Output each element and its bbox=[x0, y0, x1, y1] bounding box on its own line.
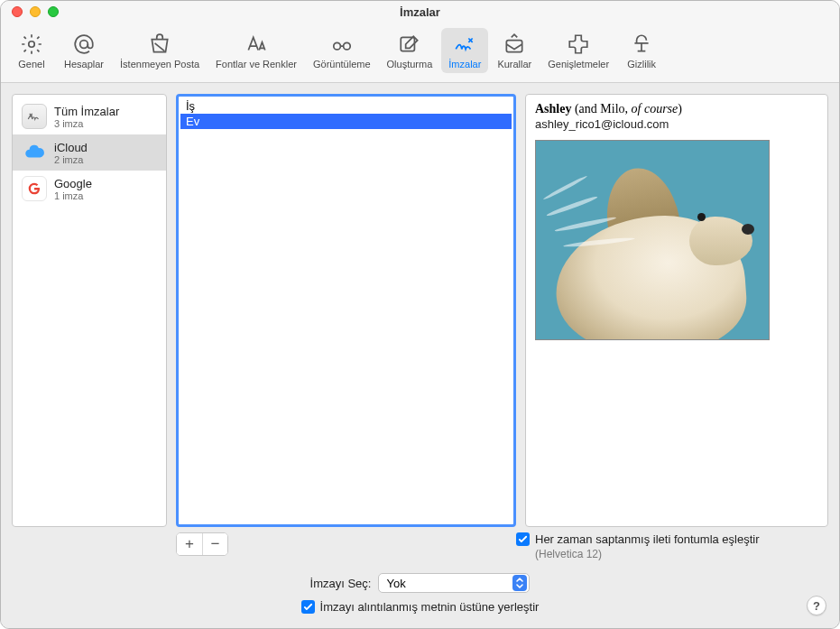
choose-signature-select[interactable]: Yok bbox=[378, 573, 530, 593]
bottom-bar: İmzayı Seç: Yok İmzayı alıntılanmış metn… bbox=[1, 560, 839, 628]
choose-signature-row: İmzayı Seç: Yok bbox=[310, 573, 531, 593]
toolbar-signatures[interactable]: İmzalar bbox=[441, 28, 488, 73]
account-name: iCloud bbox=[54, 141, 88, 154]
toolbar-compose[interactable]: Oluşturma bbox=[380, 28, 440, 73]
toolbar-label: Genel bbox=[18, 59, 44, 69]
preview-name-line: Ashley (and Milo, of course) bbox=[535, 102, 818, 116]
toolbar-label: Gizlilik bbox=[627, 59, 656, 69]
account-sub: 1 imza bbox=[54, 190, 92, 201]
toolbar-label: Görüntüleme bbox=[313, 59, 371, 69]
preferences-window: İmzalar Genel Hesaplar İstenmeyen Posta bbox=[0, 0, 840, 629]
choose-signature-label: İmzayı Seç: bbox=[310, 577, 372, 590]
close-window-button[interactable] bbox=[12, 6, 23, 17]
signature-item[interactable]: İş bbox=[180, 98, 512, 114]
account-row-all-signatures[interactable]: Tüm İmzalar 3 imza bbox=[13, 98, 166, 134]
select-value: Yok bbox=[386, 577, 405, 590]
toolbar-extensions[interactable]: Genişletmeler bbox=[540, 28, 616, 73]
toolbar-accounts[interactable]: Hesaplar bbox=[57, 28, 111, 73]
window-title: İmzalar bbox=[10, 5, 830, 19]
minus-icon: − bbox=[211, 535, 220, 553]
toolbar-label: Fontlar ve Renkler bbox=[216, 59, 297, 69]
account-row-google[interactable]: Google 1 imza bbox=[13, 171, 166, 207]
account-row-icloud[interactable]: iCloud 2 imza bbox=[13, 134, 166, 171]
gear-icon bbox=[19, 32, 44, 57]
match-font-checkbox-row[interactable]: Her zaman saptanmış ileti fontumla eşleş… bbox=[516, 532, 826, 546]
toolbar-label: İmzalar bbox=[448, 59, 481, 69]
toolbar-general[interactable]: Genel bbox=[8, 28, 55, 73]
preview-name: Ashley bbox=[535, 102, 571, 116]
toolbar-label: Hesaplar bbox=[64, 59, 104, 69]
preferences-toolbar: Genel Hesaplar İstenmeyen Posta Fontlar … bbox=[1, 23, 839, 83]
account-name: Google bbox=[54, 177, 92, 190]
font-annotation: (Helvetica 12) bbox=[535, 548, 826, 560]
add-signature-button[interactable]: + bbox=[177, 533, 202, 555]
content-area: Tüm İmzalar 3 imza iCloud 2 imza bbox=[1, 83, 839, 628]
google-icon bbox=[22, 176, 47, 201]
above-quoted-checkbox-row[interactable]: İmzayı alıntılanmış metnin üstüne yerleş… bbox=[301, 600, 540, 614]
extensions-icon bbox=[566, 32, 591, 57]
glasses-icon bbox=[329, 32, 355, 57]
preview-email: ashley_rico1@icloud.com bbox=[535, 117, 818, 131]
preview-italic: of course bbox=[632, 102, 678, 116]
toolbar-label: Genişletmeler bbox=[548, 59, 609, 69]
minimize-window-button[interactable] bbox=[30, 6, 41, 17]
signature-list[interactable]: İş Ev bbox=[176, 94, 516, 527]
under-lists-row: + − Her zaman saptanmış ileti fontumla e… bbox=[1, 527, 839, 560]
privacy-icon bbox=[629, 32, 654, 57]
rules-icon bbox=[502, 32, 527, 57]
toolbar-privacy[interactable]: Gizlilik bbox=[618, 28, 665, 73]
zoom-window-button[interactable] bbox=[48, 6, 59, 17]
checkbox-checked-icon bbox=[301, 600, 315, 614]
toolbar-junk[interactable]: İstenmeyen Posta bbox=[113, 28, 207, 73]
preview-paren-end: ) bbox=[678, 102, 682, 116]
signature-icon bbox=[452, 32, 477, 57]
help-button[interactable]: ? bbox=[807, 596, 826, 615]
toolbar-label: Kurallar bbox=[497, 59, 531, 69]
account-sub: 3 imza bbox=[54, 118, 119, 129]
at-icon bbox=[71, 32, 97, 57]
toolbar-rules[interactable]: Kurallar bbox=[490, 28, 539, 73]
signature-preview[interactable]: Ashley (and Milo, of course) ashley_rico… bbox=[525, 94, 828, 527]
svg-point-4 bbox=[343, 42, 350, 50]
plus-icon: + bbox=[185, 535, 194, 553]
preview-paren-start: (and Milo, bbox=[571, 102, 631, 116]
compose-icon bbox=[397, 32, 422, 57]
svg-point-0 bbox=[29, 42, 35, 48]
help-icon: ? bbox=[813, 599, 820, 613]
above-quoted-label: İmzayı alıntılanmış metnin üstüne yerleş… bbox=[320, 600, 540, 614]
account-sub: 2 imza bbox=[54, 154, 88, 165]
account-name: Tüm İmzalar bbox=[54, 105, 119, 118]
toolbar-label: Oluşturma bbox=[387, 59, 433, 69]
window-controls bbox=[12, 6, 59, 17]
signature-item[interactable]: Ev bbox=[180, 114, 512, 129]
select-arrows-icon bbox=[512, 575, 527, 591]
add-remove-controls: + − bbox=[176, 532, 228, 556]
icloud-icon bbox=[22, 140, 47, 165]
svg-point-1 bbox=[80, 41, 88, 49]
svg-point-3 bbox=[334, 42, 341, 50]
accounts-list: Tüm İmzalar 3 imza iCloud 2 imza bbox=[12, 94, 167, 527]
svg-line-2 bbox=[155, 43, 165, 51]
checkbox-checked-icon bbox=[516, 532, 530, 546]
junk-icon bbox=[147, 32, 172, 57]
titlebar: İmzalar bbox=[1, 1, 839, 23]
all-signatures-icon bbox=[22, 104, 47, 129]
fonts-icon bbox=[244, 32, 269, 57]
toolbar-label: İstenmeyen Posta bbox=[120, 59, 199, 69]
match-font-label: Her zaman saptanmış ileti fontumla eşleş… bbox=[535, 532, 760, 546]
main-panels: Tüm İmzalar 3 imza iCloud 2 imza bbox=[1, 83, 839, 527]
toolbar-viewing[interactable]: Görüntüleme bbox=[306, 28, 378, 73]
remove-signature-button[interactable]: − bbox=[202, 533, 227, 555]
toolbar-fonts[interactable]: Fontlar ve Renkler bbox=[208, 28, 304, 73]
preview-photo bbox=[535, 140, 770, 340]
font-match-option: Her zaman saptanmış ileti fontumla eşleş… bbox=[516, 532, 828, 560]
